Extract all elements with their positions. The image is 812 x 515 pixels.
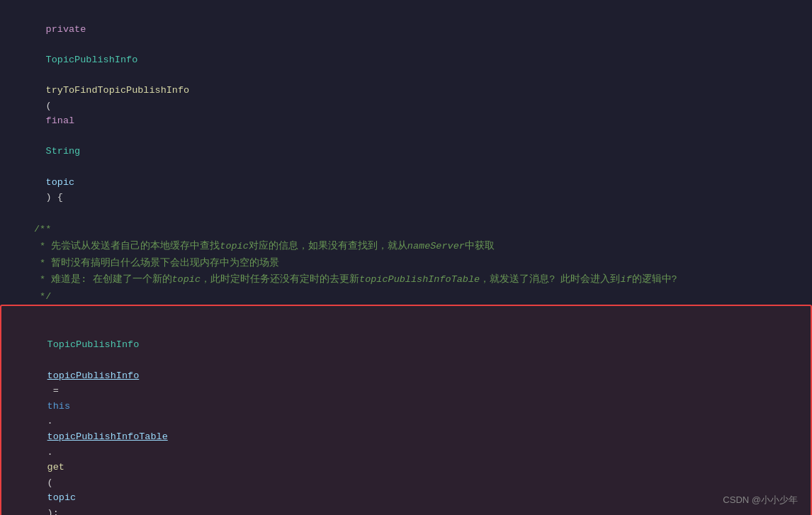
comment-close: */ [34,289,51,305]
field-topicpublishinfotable: topicPublishInfoTable [47,431,168,442]
type-string: String [46,146,81,157]
code-line-comment3: * 难道是: 在创建了一个新的topic，此时定时任务还没有定时的去更新topi… [0,271,812,288]
code-line-comment1: * 先尝试从发送者自己的本地缓存中查找topic对应的信息，如果没有查找到，就从… [0,238,812,255]
code-line: private TopicPublishInfo tryToFindTopicP… [0,6,812,221]
code-line-comment2: * 暂时没有搞明白什么场景下会出现内存中为空的场景 [0,255,812,272]
method-trytofind: tryToFindTopicPublishInfo [46,85,190,96]
code-line-comment-start: /** [0,221,812,238]
arg-topic: topic [47,492,77,503]
comment-text2: * 暂时没有搞明白什么场景下会出现内存中为空的场景 [34,256,279,271]
keyword-private: private [46,24,86,35]
type-topicpublishinfo: TopicPublishInfo [46,55,138,65]
param-topic: topic [46,177,75,188]
keyword-final: final [46,115,75,126]
code-line-comment-close: */ [0,288,812,305]
var-topicpublishinfo: topicPublishInfo [47,370,140,381]
comment-text1: * 先尝试从发送者自己的本地缓存中查找 [34,239,220,254]
comment-text3: * 难道是: 在创建了一个新的 [34,272,172,288]
method-get: get [47,462,64,472]
code-container: private TopicPublishInfo tryToFindTopicP… [0,0,812,515]
comment-open: /** [34,222,51,237]
code-line-tpi-assign: TopicPublishInfo topicPublishInfo = this… [0,305,812,515]
type-tpi: TopicPublishInfo [47,339,140,350]
this-keyword: this [47,401,70,412]
watermark: CSDN @小小少年 [723,494,798,506]
